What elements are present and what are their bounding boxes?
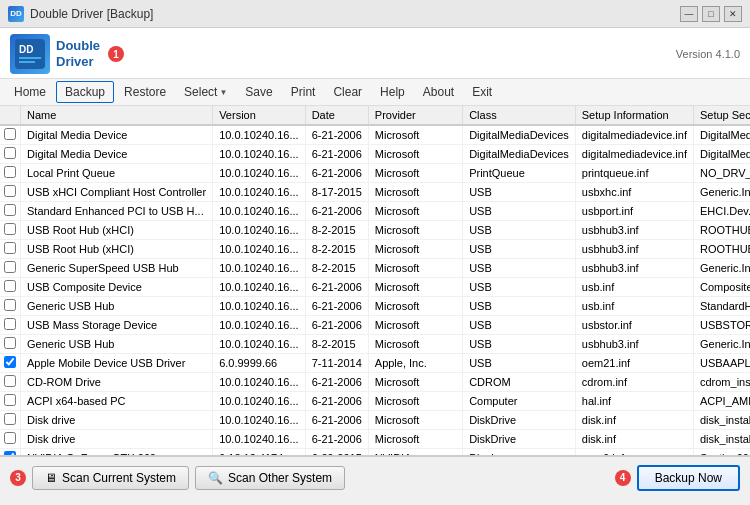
row-cell: Microsoft [368, 430, 462, 449]
row-cell: Digital Media Device [21, 125, 213, 145]
col-header-setup-section[interactable]: Setup Section [693, 106, 750, 125]
row-checkbox[interactable] [4, 280, 16, 292]
title-bar-left: DD Double Driver [Backup] [8, 6, 153, 22]
row-cell: Microsoft [368, 183, 462, 202]
row-cell: PrintQueue [463, 164, 576, 183]
row-checkbox[interactable] [4, 432, 16, 444]
bottom-right-buttons: 4 Backup Now [615, 465, 740, 491]
row-cell: digitalmediadevice.inf [575, 125, 693, 145]
row-cell: Microsoft [368, 145, 462, 164]
row-checkbox[interactable] [4, 166, 16, 178]
row-cell: 6-21-2006 [305, 430, 368, 449]
col-header-version[interactable]: Version [213, 106, 306, 125]
table-row: Local Print Queue10.0.10240.16...6-21-20… [0, 164, 750, 183]
table-row: NVIDIA GeForce GTX 2609.18.13.41746-29-2… [0, 449, 750, 457]
row-cell: ACPI_AMD64_HAL [693, 392, 750, 411]
col-header-name[interactable]: Name [21, 106, 213, 125]
menu-help[interactable]: Help [372, 82, 413, 102]
menu-home[interactable]: Home [6, 82, 54, 102]
row-cell: disk_install_VHD_driv [693, 430, 750, 449]
row-cell: 10.0.10240.16... [213, 278, 306, 297]
row-checkbox[interactable] [4, 299, 16, 311]
backup-now-button[interactable]: Backup Now [637, 465, 740, 491]
row-cell: Standard Enhanced PCI to USB H... [21, 202, 213, 221]
row-checkbox[interactable] [4, 185, 16, 197]
row-cell: Generic USB Hub [21, 297, 213, 316]
table-row: USB Composite Device10.0.10240.16...6-21… [0, 278, 750, 297]
maximize-button[interactable]: □ [702, 6, 720, 22]
svg-rect-2 [19, 57, 41, 59]
table-row: Disk drive10.0.10240.16...6-21-2006Micro… [0, 411, 750, 430]
row-checkbox[interactable] [4, 394, 16, 406]
svg-rect-3 [19, 61, 35, 63]
row-cell: Microsoft [368, 278, 462, 297]
row-checkbox[interactable] [4, 147, 16, 159]
row-checkbox[interactable] [4, 318, 16, 330]
table-row: CD-ROM Drive10.0.10240.16...6-21-2006Mic… [0, 373, 750, 392]
scan-other-button[interactable]: 🔍 Scan Other System [195, 466, 345, 490]
table-row: USB Mass Storage Device10.0.10240.16...6… [0, 316, 750, 335]
row-cell: cdrom_install [693, 373, 750, 392]
col-header-class[interactable]: Class [463, 106, 576, 125]
row-cell: usbhub3.inf [575, 221, 693, 240]
row-checkbox[interactable] [4, 413, 16, 425]
row-cell: Generic.Install.NT [693, 335, 750, 354]
menu-select[interactable]: Select ▼ [176, 82, 235, 102]
row-cell: USB xHCI Compliant Host Controller [21, 183, 213, 202]
row-cell: 10.0.10240.16... [213, 240, 306, 259]
row-cell: 6-21-2006 [305, 278, 368, 297]
row-cell: 6-21-2006 [305, 411, 368, 430]
col-header-provider[interactable]: Provider [368, 106, 462, 125]
row-cell: Microsoft [368, 202, 462, 221]
row-checkbox[interactable] [4, 128, 16, 140]
row-cell: USB [463, 183, 576, 202]
menu-backup[interactable]: Backup [56, 81, 114, 103]
col-header-setup-info[interactable]: Setup Information [575, 106, 693, 125]
table-row: Digital Media Device10.0.10240.16...6-21… [0, 125, 750, 145]
driver-table: Name Version Date Provider Class Setup I… [0, 106, 750, 456]
logo-line2: Driver [56, 54, 100, 70]
row-cell: oem9.inf [575, 449, 693, 457]
minimize-button[interactable]: — [680, 6, 698, 22]
table-row: Disk drive10.0.10240.16...6-21-2006Micro… [0, 430, 750, 449]
row-cell: USB Mass Storage Device [21, 316, 213, 335]
svg-text:DD: DD [19, 44, 33, 55]
driver-table-container[interactable]: Name Version Date Provider Class Setup I… [0, 106, 750, 456]
row-cell: 10.0.10240.16... [213, 430, 306, 449]
row-cell: ROOTHUB.Dev.NT [693, 221, 750, 240]
row-cell: USB [463, 221, 576, 240]
badge-1: 1 [108, 46, 124, 62]
menu-clear[interactable]: Clear [325, 82, 370, 102]
row-checkbox[interactable] [4, 337, 16, 349]
logo-line1: Double [56, 38, 100, 54]
menu-save[interactable]: Save [237, 82, 280, 102]
window-controls[interactable]: — □ ✕ [680, 6, 742, 22]
close-button[interactable]: ✕ [724, 6, 742, 22]
row-cell: usbhub3.inf [575, 335, 693, 354]
menu-about[interactable]: About [415, 82, 462, 102]
row-cell: 8-17-2015 [305, 183, 368, 202]
scan-current-button[interactable]: 🖥 Scan Current System [32, 466, 189, 490]
row-cell: Disk drive [21, 430, 213, 449]
row-cell: hal.inf [575, 392, 693, 411]
row-cell: Generic.Install.NT [693, 259, 750, 278]
menu-restore[interactable]: Restore [116, 82, 174, 102]
row-checkbox[interactable] [4, 204, 16, 216]
row-cell: 6-21-2006 [305, 164, 368, 183]
table-header-row: Name Version Date Provider Class Setup I… [0, 106, 750, 125]
version-text: Version 4.1.0 [676, 48, 740, 60]
menu-print[interactable]: Print [283, 82, 324, 102]
row-cell: Microsoft [368, 125, 462, 145]
row-checkbox[interactable] [4, 375, 16, 387]
row-checkbox[interactable] [4, 223, 16, 235]
row-checkbox[interactable] [4, 242, 16, 254]
row-checkbox[interactable] [4, 356, 16, 368]
menu-bar: Home Backup Restore Select ▼ Save Print … [0, 79, 750, 106]
row-checkbox[interactable] [4, 261, 16, 273]
row-cell: Display [463, 449, 576, 457]
row-cell: USB [463, 335, 576, 354]
col-header-date[interactable]: Date [305, 106, 368, 125]
row-cell: 10.0.10240.16... [213, 145, 306, 164]
row-cell: Microsoft [368, 221, 462, 240]
menu-exit[interactable]: Exit [464, 82, 500, 102]
